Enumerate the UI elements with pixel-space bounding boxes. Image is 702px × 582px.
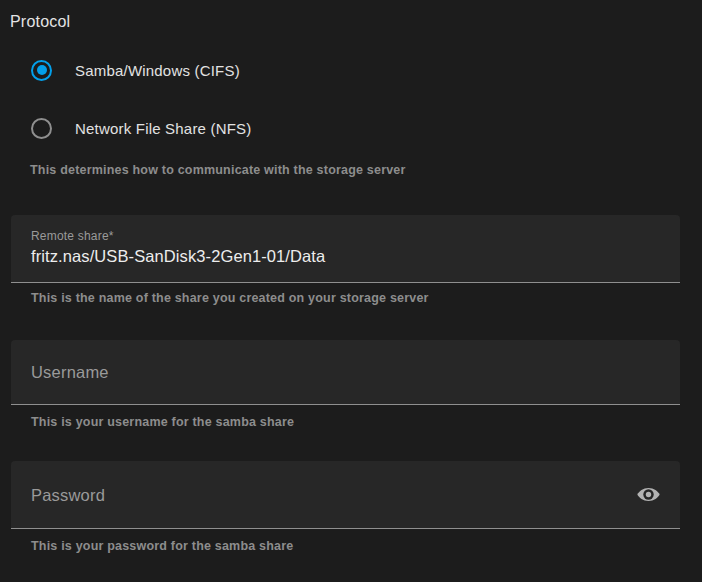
remote-share-helper-text: This is the name of the share you create…: [31, 291, 429, 305]
radio-unselected-icon[interactable]: [31, 118, 52, 139]
password-field[interactable]: Password: [11, 461, 680, 529]
password-helper-text: This is your password for the samba shar…: [31, 539, 293, 553]
remote-share-field[interactable]: Remote share* fritz.nas/USB-SanDisk3-2Ge…: [11, 215, 680, 283]
protocol-section-label: Protocol: [10, 13, 70, 31]
network-storage-form: Protocol Samba/Windows (CIFS) Network Fi…: [0, 0, 702, 582]
remote-share-value[interactable]: fritz.nas/USB-SanDisk3-2Gen1-01/Data: [31, 247, 325, 266]
radio-option-label: Network File Share (NFS): [75, 120, 252, 137]
visibility-eye-icon: [636, 482, 661, 507]
password-label: Password: [31, 485, 105, 504]
protocol-helper-text: This determines how to communicate with …: [30, 163, 406, 177]
radio-option-samba-cifs[interactable]: Samba/Windows (CIFS): [31, 58, 240, 82]
radio-selected-icon[interactable]: [31, 60, 52, 81]
radio-option-nfs[interactable]: Network File Share (NFS): [31, 116, 252, 140]
username-label: Username: [31, 363, 109, 382]
username-helper-text: This is your username for the samba shar…: [31, 415, 294, 429]
toggle-password-visibility-button[interactable]: [635, 482, 661, 508]
radio-option-label: Samba/Windows (CIFS): [75, 62, 240, 79]
username-field[interactable]: Username: [11, 340, 680, 405]
remote-share-label: Remote share*: [31, 229, 114, 243]
